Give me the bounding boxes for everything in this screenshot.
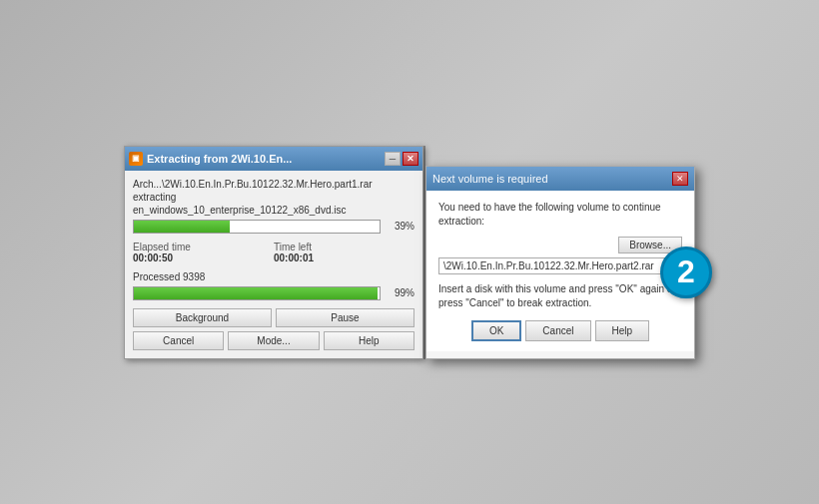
elapsed-label: Elapsed time [133,242,274,252]
desktop-background: ▣ Extracting from 2Wi.10.En... ─ ✕ Arch.… [0,0,819,504]
buttons-row-1: Background Pause [133,308,414,327]
nextvolume-close-button[interactable]: ✕ [672,172,688,186]
winrar-extraction-window: ▣ Extracting from 2Wi.10.En... ─ ✕ Arch.… [124,146,423,359]
nv-help-button[interactable]: Help [595,320,650,341]
processed-section: Processed 9398 [133,271,414,282]
time-section: Elapsed time 00:00:50 Time left 00:00:01 [133,242,414,263]
dialogs-group: ▣ Extracting from 2Wi.10.En... ─ ✕ Arch.… [124,146,695,359]
titlebar-controls: ─ ✕ [385,152,418,166]
volume-input[interactable] [438,257,682,274]
archive-filepath: Arch...\2Wi.10.En.In.Pr.Bu.10122.32.Mr.H… [133,179,414,190]
elapsed-value: 00:00:50 [133,252,274,263]
file-progress-pct: 39% [387,221,414,232]
step-2-badge: 2 [660,247,712,298]
action-label: extracting [133,192,414,203]
timeleft-label: Time left [274,242,414,252]
processed-progress-row: 99% [133,286,414,300]
elapsed-col: Elapsed time 00:00:50 [133,242,274,263]
nv-insert-text: Insert a disk with this volume and press… [438,282,682,310]
close-button[interactable]: ✕ [403,152,418,166]
processed-progress-pct: 99% [387,287,414,298]
timeleft-value: 00:00:01 [274,252,414,263]
processed-progress-fill [134,287,378,299]
winrar-titlebar: ▣ Extracting from 2Wi.10.En... ─ ✕ [125,147,422,171]
current-filename: en_windows_10_enterprise_10122_x86_dvd.i… [133,205,414,216]
browse-row: Browse... [438,237,682,253]
winrar-body: Arch...\2Wi.10.En.In.Pr.Bu.10122.32.Mr.H… [125,171,422,358]
processed-label: Processed 9398 [133,271,414,282]
cancel-button[interactable]: Cancel [133,331,224,350]
file-progress-row: 39% [133,220,414,234]
nextvolume-titlebar: Next volume is required ✕ [426,167,694,191]
background-button[interactable]: Background [133,308,272,327]
nv-cancel-button[interactable]: Cancel [525,320,590,341]
winrar-title: Extracting from 2Wi.10.En... [147,153,292,165]
nextvolume-body: You need to have the following volume to… [426,191,694,351]
minimize-button[interactable]: ─ [385,152,401,166]
processed-progress-bar [133,286,381,300]
timeleft-col: Time left 00:00:01 [274,242,414,263]
nv-footer: OK Cancel Help [438,320,682,341]
nextvolume-title: Next volume is required [432,173,548,185]
file-progress-fill [134,221,230,233]
nextvolume-window: Next volume is required ✕ You need to ha… [425,166,695,359]
file-progress-bar [133,220,381,234]
pause-button[interactable]: Pause [276,308,414,327]
nv-ok-button[interactable]: OK [471,320,521,341]
winrar-app-icon: ▣ [129,152,143,166]
mode-button[interactable]: Mode... [228,331,319,350]
nv-description: You need to have the following volume to… [438,201,682,229]
help-button[interactable]: Help [324,331,414,350]
titlebar-left: ▣ Extracting from 2Wi.10.En... [129,152,292,166]
buttons-row-2: Cancel Mode... Help [133,331,414,350]
